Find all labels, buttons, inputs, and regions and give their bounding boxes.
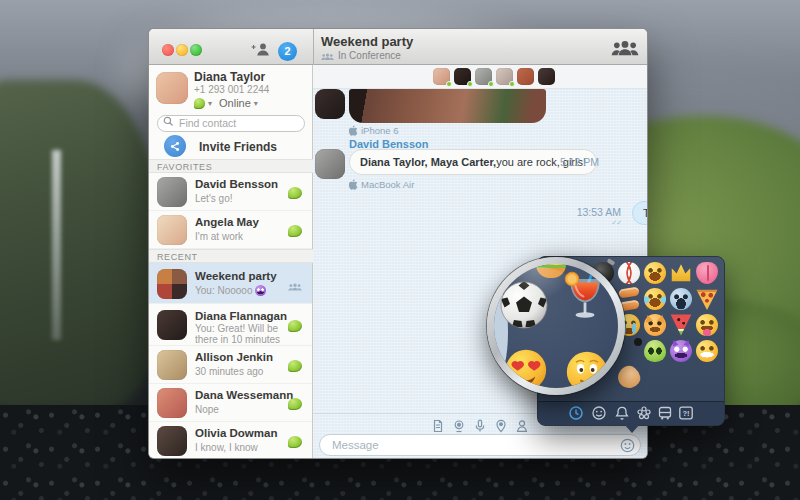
emoji-muscle[interactable]: [616, 364, 643, 391]
emoji-alien[interactable]: [644, 340, 666, 362]
emoji-tongue[interactable]: [696, 262, 718, 284]
device-label: MacBook Air: [349, 179, 414, 190]
participant-avatar: [517, 68, 534, 85]
tab-transport-icon[interactable]: [657, 405, 673, 421]
minimize-window-button[interactable]: [176, 44, 188, 56]
presence-online-icon: [288, 360, 302, 372]
contact-name: Allison Jenkin: [195, 351, 273, 363]
contact-row[interactable]: David BenssonLet's go!: [149, 173, 312, 211]
svg-text:?!: ?!: [682, 409, 689, 418]
contact-name: Olivia Dowman: [195, 427, 277, 439]
contact-row[interactable]: Diana FlannaganYou: Great! Will be there…: [149, 304, 312, 346]
emoji-watermelon[interactable]: [670, 314, 692, 336]
search-field: [157, 113, 305, 130]
presence-online-icon: [288, 225, 302, 237]
tab-recent-clock-icon[interactable]: [568, 405, 584, 421]
cliff: [0, 80, 160, 410]
read-receipt: Read 10:54 AM: [614, 228, 648, 239]
section-header-favorites: FAVORITES: [149, 159, 313, 173]
chat-subtitle-label: In Conference: [338, 50, 401, 61]
apple-icon: [349, 179, 358, 190]
invite-friends-label: Invite Friends: [199, 140, 277, 154]
attach-file-icon[interactable]: [431, 419, 445, 433]
contact-preview: 30 minutes ago: [195, 366, 263, 377]
contact-name: Angela May: [195, 216, 259, 228]
message-text: Then you should check my photos!: [643, 207, 648, 219]
presence-online-icon: [194, 98, 205, 109]
participant-avatar: [454, 68, 471, 85]
profile-phone: +1 293 001 2244: [194, 84, 269, 95]
emoji-tongue-out[interactable]: [696, 314, 718, 336]
contact-preview: I'm at work: [195, 231, 243, 242]
invite-friends-button[interactable]: Invite Friends: [149, 135, 313, 159]
message-input[interactable]: [332, 435, 602, 455]
chat-subtitle: In Conference: [321, 50, 401, 61]
tab-symbols-icon[interactable]: ?!: [678, 405, 694, 421]
titlebar-divider: [313, 29, 314, 65]
microphone-icon[interactable]: [473, 419, 487, 433]
delivery-checks: ✓✓: [553, 219, 621, 227]
tab-flower-icon[interactable]: [636, 405, 652, 421]
avatar: [157, 215, 187, 245]
participants-strip: [313, 65, 648, 89]
search-input[interactable]: [157, 115, 305, 132]
contact-name: Dana Wessemann: [195, 389, 293, 401]
contact-preview: Nope: [195, 404, 219, 415]
contact-preview: Let's go!: [195, 193, 233, 204]
avatar: [315, 89, 345, 119]
emoji-joy[interactable]: [644, 288, 666, 310]
emoji-crown[interactable]: [670, 262, 692, 284]
message-bubble: Then you should check my photos!: [632, 201, 648, 225]
photo-message[interactable]: [349, 89, 546, 123]
emoji-baseball[interactable]: [618, 262, 640, 284]
location-icon[interactable]: [494, 419, 508, 433]
share-icon: [164, 135, 186, 157]
emoji-hidden-cell: [696, 366, 718, 388]
participant-avatar: [433, 68, 450, 85]
emoji-pizza[interactable]: [696, 288, 718, 310]
sidebar: Diana Taylor +1 293 001 2244 ▾ Online ▾ …: [149, 65, 313, 459]
burger-emoji: [536, 264, 566, 278]
device-label: iPhone 6: [349, 125, 399, 136]
avatar: [157, 426, 187, 456]
webcam-icon[interactable]: [452, 419, 466, 433]
soccer-ball-emoji: [499, 280, 549, 330]
emoji-panel-toolbar: ?!: [538, 401, 724, 425]
tab-smileys-icon[interactable]: [591, 405, 607, 421]
contact-row[interactable]: Dana WessemannNope: [149, 384, 312, 422]
unread-badge: 2: [278, 42, 297, 61]
contact-row[interactable]: Angela MayI'm at work: [149, 211, 312, 249]
emoji-devil[interactable]: [670, 340, 692, 362]
contact-row[interactable]: Weekend partyYou: Nooooo: [149, 263, 312, 304]
conference-icon: [321, 52, 334, 60]
attachment-toolbar: [431, 419, 529, 433]
avatar: [315, 149, 345, 179]
add-contact-icon[interactable]: [251, 42, 271, 57]
waterfall: [52, 150, 61, 340]
tab-bell-icon[interactable]: [614, 405, 630, 421]
magnifier-loupe: [487, 257, 625, 395]
contact-row[interactable]: Allison Jenkin30 minutes ago: [149, 346, 312, 384]
message-time: 13:53 AM: [553, 206, 621, 218]
zoom-window-button[interactable]: [190, 44, 202, 56]
participant-avatar: [538, 68, 555, 85]
profile-name: Diana Taylor: [194, 70, 265, 84]
emoji-scream[interactable]: [670, 288, 692, 310]
contact-row[interactable]: Olivia DowmanI know, I know: [149, 422, 312, 459]
online-dot: [509, 81, 515, 87]
avatar: [157, 388, 187, 418]
emoji-grin[interactable]: [696, 340, 718, 362]
chevron-down-icon: ▾: [254, 99, 258, 108]
section-header-recent: RECENT: [149, 249, 313, 263]
close-window-button[interactable]: [162, 44, 174, 56]
participant-avatar: [475, 68, 492, 85]
status-selector[interactable]: ▾ Online ▾: [194, 97, 258, 109]
contact-card-icon[interactable]: [515, 419, 529, 433]
emoji-laugh[interactable]: [644, 262, 666, 284]
conference-members-icon[interactable]: [611, 40, 639, 56]
emoji-picker-button[interactable]: [620, 438, 635, 453]
emoji-cat[interactable]: [644, 314, 666, 336]
online-dot: [467, 81, 473, 87]
avatar: [157, 310, 187, 340]
contact-name: Diana Flannagan: [195, 310, 287, 322]
